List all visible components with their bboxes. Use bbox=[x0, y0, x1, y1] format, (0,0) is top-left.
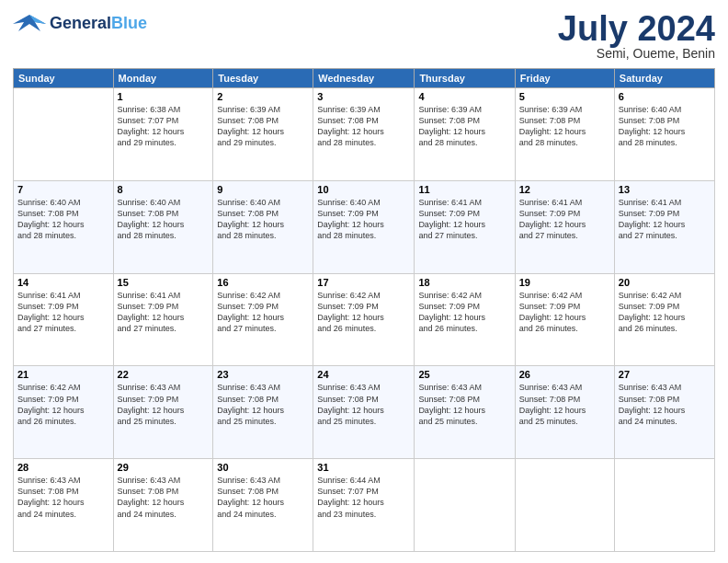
table-row: 29Sunrise: 6:43 AMSunset: 7:08 PMDayligh… bbox=[113, 459, 213, 552]
daylight-text: Daylight: 12 hours bbox=[118, 405, 210, 416]
table-row: 8Sunrise: 6:40 AMSunset: 7:08 PMDaylight… bbox=[113, 180, 213, 273]
day-info: Sunrise: 6:43 AMSunset: 7:08 PMDaylight:… bbox=[217, 382, 309, 427]
day-info: Sunrise: 6:43 AMSunset: 7:08 PMDaylight:… bbox=[17, 475, 109, 520]
sunrise-text: Sunrise: 6:43 AM bbox=[118, 382, 210, 393]
day-number: 29 bbox=[118, 462, 210, 473]
daylight-text: Daylight: 12 hours bbox=[317, 219, 410, 230]
calendar-week-row: 21Sunrise: 6:42 AMSunset: 7:09 PMDayligh… bbox=[14, 366, 715, 459]
sunset-text: Sunset: 7:09 PM bbox=[118, 394, 210, 405]
daylight-text-cont: and 28 minutes. bbox=[118, 230, 210, 241]
day-info: Sunrise: 6:41 AMSunset: 7:09 PMDaylight:… bbox=[118, 290, 210, 335]
day-number: 31 bbox=[317, 462, 410, 473]
daylight-text-cont: and 25 minutes. bbox=[317, 416, 410, 427]
sunset-text: Sunset: 7:08 PM bbox=[17, 486, 109, 497]
day-number: 4 bbox=[418, 91, 510, 102]
sunrise-text: Sunrise: 6:43 AM bbox=[17, 475, 109, 486]
sunset-text: Sunset: 7:08 PM bbox=[619, 394, 711, 405]
calendar-week-row: 14Sunrise: 6:41 AMSunset: 7:09 PMDayligh… bbox=[14, 273, 715, 366]
daylight-text: Daylight: 12 hours bbox=[317, 497, 410, 508]
daylight-text: Daylight: 12 hours bbox=[118, 219, 210, 230]
daylight-text: Daylight: 12 hours bbox=[217, 126, 309, 137]
day-number: 27 bbox=[619, 369, 711, 380]
sunset-text: Sunset: 7:09 PM bbox=[118, 301, 210, 312]
table-row: 26Sunrise: 6:43 AMSunset: 7:08 PMDayligh… bbox=[515, 366, 614, 459]
daylight-text-cont: and 27 minutes. bbox=[619, 230, 711, 241]
daylight-text-cont: and 24 minutes. bbox=[217, 509, 309, 520]
page: GeneralBlue July 2024 Semi, Oueme, Benin… bbox=[0, 0, 728, 563]
daylight-text: Daylight: 12 hours bbox=[118, 497, 210, 508]
daylight-text: Daylight: 12 hours bbox=[17, 497, 109, 508]
day-info: Sunrise: 6:44 AMSunset: 7:07 PMDaylight:… bbox=[317, 475, 410, 520]
daylight-text: Daylight: 12 hours bbox=[619, 126, 711, 137]
logo-icon bbox=[13, 11, 46, 37]
day-info: Sunrise: 6:42 AMSunset: 7:09 PMDaylight:… bbox=[418, 290, 510, 335]
table-row bbox=[415, 459, 515, 552]
table-row: 11Sunrise: 6:41 AMSunset: 7:09 PMDayligh… bbox=[415, 180, 515, 273]
daylight-text: Daylight: 12 hours bbox=[619, 405, 711, 416]
day-info: Sunrise: 6:41 AMSunset: 7:09 PMDaylight:… bbox=[418, 197, 510, 242]
col-wednesday: Wednesday bbox=[313, 69, 415, 88]
day-info: Sunrise: 6:40 AMSunset: 7:08 PMDaylight:… bbox=[118, 197, 210, 242]
sunset-text: Sunset: 7:09 PM bbox=[619, 301, 711, 312]
daylight-text: Daylight: 12 hours bbox=[17, 219, 109, 230]
day-number: 28 bbox=[17, 462, 109, 473]
daylight-text: Daylight: 12 hours bbox=[217, 312, 309, 323]
day-number: 15 bbox=[118, 277, 210, 288]
sunset-text: Sunset: 7:08 PM bbox=[217, 394, 309, 405]
daylight-text-cont: and 25 minutes. bbox=[217, 416, 309, 427]
daylight-text-cont: and 29 minutes. bbox=[217, 137, 309, 148]
calendar-table: Sunday Monday Tuesday Wednesday Thursday… bbox=[13, 68, 715, 552]
day-number: 20 bbox=[619, 277, 711, 288]
table-row: 12Sunrise: 6:41 AMSunset: 7:09 PMDayligh… bbox=[515, 180, 614, 273]
daylight-text: Daylight: 12 hours bbox=[418, 126, 510, 137]
daylight-text-cont: and 26 minutes. bbox=[619, 323, 711, 334]
sunrise-text: Sunrise: 6:40 AM bbox=[118, 197, 210, 208]
sunrise-text: Sunrise: 6:40 AM bbox=[317, 197, 410, 208]
daylight-text-cont: and 28 minutes. bbox=[317, 230, 410, 241]
sunrise-text: Sunrise: 6:42 AM bbox=[519, 290, 610, 301]
col-friday: Friday bbox=[515, 69, 614, 88]
table-row: 31Sunrise: 6:44 AMSunset: 7:07 PMDayligh… bbox=[313, 459, 415, 552]
day-info: Sunrise: 6:41 AMSunset: 7:09 PMDaylight:… bbox=[17, 290, 109, 335]
daylight-text: Daylight: 12 hours bbox=[519, 126, 610, 137]
sunrise-text: Sunrise: 6:41 AM bbox=[418, 197, 510, 208]
day-info: Sunrise: 6:42 AMSunset: 7:09 PMDaylight:… bbox=[619, 290, 711, 335]
day-info: Sunrise: 6:40 AMSunset: 7:09 PMDaylight:… bbox=[317, 197, 410, 242]
table-row bbox=[515, 459, 614, 552]
sunset-text: Sunset: 7:07 PM bbox=[317, 486, 410, 497]
day-info: Sunrise: 6:41 AMSunset: 7:09 PMDaylight:… bbox=[519, 197, 610, 242]
sunset-text: Sunset: 7:08 PM bbox=[17, 208, 109, 219]
sunset-text: Sunset: 7:07 PM bbox=[118, 115, 210, 126]
table-row: 17Sunrise: 6:42 AMSunset: 7:09 PMDayligh… bbox=[313, 273, 415, 366]
day-number: 7 bbox=[17, 184, 109, 195]
sunset-text: Sunset: 7:09 PM bbox=[519, 301, 610, 312]
table-row: 4Sunrise: 6:39 AMSunset: 7:08 PMDaylight… bbox=[415, 88, 515, 181]
sunset-text: Sunset: 7:08 PM bbox=[418, 394, 510, 405]
sunrise-text: Sunrise: 6:42 AM bbox=[17, 382, 109, 393]
sunset-text: Sunset: 7:08 PM bbox=[217, 486, 309, 497]
day-number: 8 bbox=[118, 184, 210, 195]
daylight-text: Daylight: 12 hours bbox=[619, 312, 711, 323]
daylight-text-cont: and 29 minutes. bbox=[118, 137, 210, 148]
day-info: Sunrise: 6:39 AMSunset: 7:08 PMDaylight:… bbox=[317, 104, 410, 149]
daylight-text-cont: and 28 minutes. bbox=[418, 137, 510, 148]
day-number: 30 bbox=[217, 462, 309, 473]
day-number: 24 bbox=[317, 369, 410, 380]
table-row: 21Sunrise: 6:42 AMSunset: 7:09 PMDayligh… bbox=[14, 366, 114, 459]
calendar-week-row: 1Sunrise: 6:38 AMSunset: 7:07 PMDaylight… bbox=[14, 88, 715, 181]
logo-general: General bbox=[50, 14, 111, 32]
header: GeneralBlue July 2024 Semi, Oueme, Benin bbox=[13, 11, 715, 61]
sunset-text: Sunset: 7:09 PM bbox=[418, 301, 510, 312]
sunset-text: Sunset: 7:08 PM bbox=[519, 115, 610, 126]
sunset-text: Sunset: 7:08 PM bbox=[317, 115, 410, 126]
daylight-text: Daylight: 12 hours bbox=[418, 312, 510, 323]
table-row: 22Sunrise: 6:43 AMSunset: 7:09 PMDayligh… bbox=[113, 366, 213, 459]
daylight-text: Daylight: 12 hours bbox=[519, 405, 610, 416]
daylight-text: Daylight: 12 hours bbox=[418, 219, 510, 230]
calendar-header-row: Sunday Monday Tuesday Wednesday Thursday… bbox=[14, 69, 715, 88]
daylight-text-cont: and 28 minutes. bbox=[519, 137, 610, 148]
sunset-text: Sunset: 7:08 PM bbox=[619, 115, 711, 126]
table-row: 13Sunrise: 6:41 AMSunset: 7:09 PMDayligh… bbox=[614, 180, 714, 273]
day-number: 18 bbox=[418, 277, 510, 288]
table-row: 24Sunrise: 6:43 AMSunset: 7:08 PMDayligh… bbox=[313, 366, 415, 459]
